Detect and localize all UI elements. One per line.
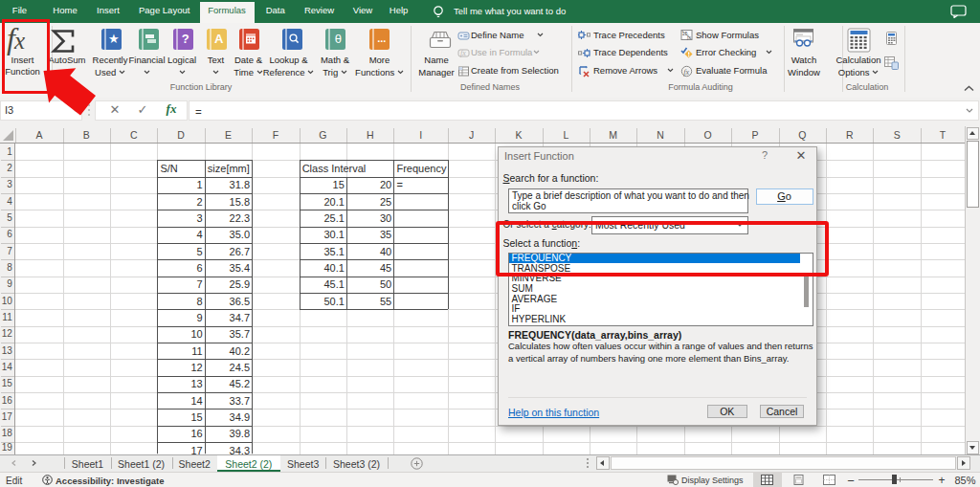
svg-text:fx: fx — [683, 67, 689, 76]
svg-text:fx: fx — [687, 34, 692, 40]
svg-text:fx: fx — [460, 49, 466, 57]
